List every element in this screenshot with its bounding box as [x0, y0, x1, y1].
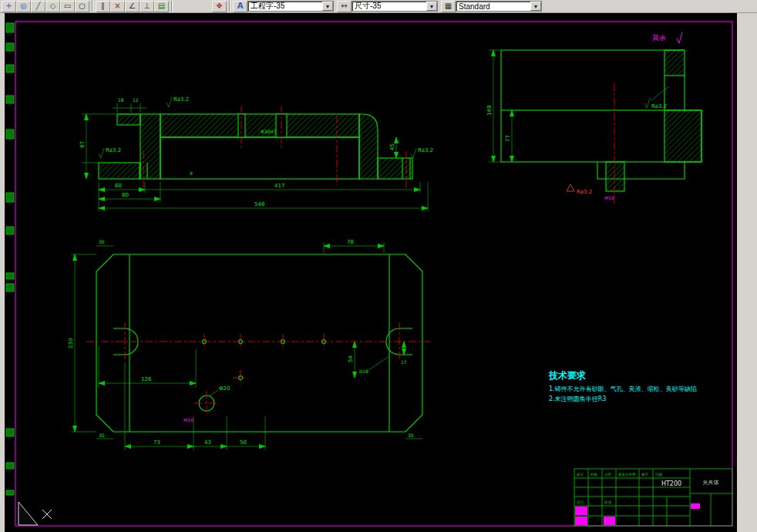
window-border-left — [0, 13, 5, 532]
tech-req-item: 1.铸件不允许有砂眼、气孔、夹渣、缩松、夹砂等缺陷 — [549, 386, 697, 392]
plan-dim-lines — [71, 242, 422, 450]
chevron-down-icon[interactable]: ▼ — [322, 2, 333, 11]
crosshair-cursor — [42, 510, 52, 519]
circle-icon[interactable]: ○ — [75, 1, 89, 12]
dim-label: 78 — [347, 239, 354, 245]
dim-label: 12 — [133, 97, 139, 103]
title-block-highlight-cells — [575, 503, 700, 525]
title-block-cell: 日期 — [655, 473, 663, 476]
trim-icon-glyph: × — [114, 2, 120, 10]
mirror-icon-glyph: ∥ — [101, 2, 105, 10]
toolbar: + ◎ ╱ ◇ ▭ ○ ∥ × ∠ ⊥ ▤ ❖ A 工程字-35 ▼ ↔ 尺寸-… — [0, 0, 757, 13]
dim-label: 546 — [254, 201, 265, 207]
zoom-icon[interactable]: ◎ — [16, 1, 31, 12]
drawing-canvas[interactable]: 18 12 Ra3.2 Ra3.2 Ra3.2 97 45 9 Φ30H7 60… — [5, 13, 737, 532]
ucs-icon — [19, 502, 38, 525]
pan-icon[interactable]: + — [2, 1, 16, 12]
dim-style-combo[interactable]: 尺寸-35 ▼ — [352, 1, 438, 12]
material-label: HT200 — [661, 480, 681, 487]
view-side: 149 77 Ra3.2 Ra3.2 其余 M16 — [486, 32, 701, 204]
dim-label: 149 — [486, 106, 493, 116]
dim-label: 18 — [118, 97, 124, 103]
dim-label: 17 — [401, 359, 407, 365]
surface-finish-label: Ra3.2 — [173, 96, 189, 103]
chevron-down-icon[interactable]: ▼ — [426, 2, 437, 11]
table-style-icon[interactable]: ▦ — [441, 1, 456, 12]
text-style-combo-value: 工程字-35 — [251, 1, 284, 12]
title-block-cell: 设计 — [577, 500, 584, 504]
zoom-icon-glyph: ◎ — [20, 2, 27, 10]
surface-finish-check-icon — [677, 32, 682, 43]
dim-label: 43 — [204, 439, 211, 446]
block-icon[interactable]: ❖ — [212, 1, 227, 12]
dim-style-icon-glyph: ↔ — [341, 2, 347, 10]
text-style-icon[interactable]: A — [233, 1, 247, 12]
text-style-combo[interactable]: 工程字-35 ▼ — [247, 1, 334, 12]
title-block-cell: 标记 — [576, 472, 584, 477]
dim-style-combo-value: 尺寸-35 — [355, 1, 381, 12]
drawing-svg[interactable]: 18 12 Ra3.2 Ra3.2 Ra3.2 97 45 9 Φ30H7 60… — [5, 13, 737, 532]
surface-finish-rest-label: 其余 — [652, 34, 666, 42]
line-icon-glyph: ╱ — [35, 2, 40, 10]
dim-label: 80 — [122, 192, 129, 198]
dim-label: Φ30H7 — [261, 129, 277, 134]
surface-finish-label: Ra3.2 — [577, 189, 592, 195]
cad-window: + ◎ ╱ ◇ ▭ ○ ∥ × ∠ ⊥ ▤ ❖ A 工程字-35 ▼ ↔ 尺寸-… — [0, 0, 757, 532]
toolbar-separator — [92, 1, 93, 12]
surface-finish-label: Ra3.2 — [651, 103, 667, 109]
circle-icon-glyph: ○ — [79, 2, 86, 10]
mirror-icon[interactable]: ∥ — [96, 1, 110, 12]
trim-icon[interactable]: × — [110, 1, 125, 12]
dim-label: 126 — [141, 376, 152, 382]
dim-label: Φ20 — [219, 386, 230, 392]
dim-label: 60 — [115, 183, 122, 189]
pan-icon-glyph: + — [5, 2, 12, 10]
hatch-icon-glyph: ▤ — [158, 2, 165, 10]
title-block: 标记 处数 分区 更改文件号 签字 日期 设计 审核 工艺 批准 HT200 夹… — [574, 469, 732, 526]
rectangle-icon-glyph: ▭ — [64, 2, 71, 10]
window-border-right — [737, 13, 757, 532]
toolbar-separator — [171, 1, 173, 12]
table-style-combo[interactable]: Standard ▼ — [456, 1, 542, 12]
thread-label: M16 — [183, 417, 193, 423]
perpendicular-icon[interactable]: ⊥ — [140, 1, 154, 12]
line-icon[interactable]: ╱ — [31, 1, 45, 12]
view-front: 18 12 Ra3.2 Ra3.2 Ra3.2 97 45 9 Φ30H7 60… — [79, 96, 433, 211]
part-name-label: 夹具体 — [703, 480, 719, 486]
table-style-combo-value: Standard — [459, 2, 490, 11]
thread-label: M16 — [604, 195, 614, 200]
tech-req-item: 2.未注明圆角半径R3 — [549, 396, 606, 402]
tech-requirements: 技术要求 1.铸件不允许有砂眼、气孔、夹渣、缩松、夹砂等缺陷 2.未注明圆角半径… — [548, 370, 697, 402]
dim-label: 417 — [274, 183, 284, 189]
rectangle-icon[interactable]: ▭ — [60, 1, 75, 12]
angle-icon-glyph: ∠ — [129, 2, 136, 10]
dim-label: 54 — [348, 355, 354, 362]
dim-style-icon[interactable]: ↔ — [337, 1, 352, 12]
view-plan: 78 30 30 30 230 126 Φ20 R18 54 17 73 43 … — [68, 239, 432, 450]
dim-label: 77 — [505, 135, 511, 142]
polyline-icon[interactable]: ◇ — [45, 1, 60, 12]
side-dim-lines — [489, 50, 669, 162]
dim-label: 230 — [68, 338, 74, 348]
dim-label: 45 — [389, 143, 395, 150]
block-icon-glyph: ❖ — [216, 2, 223, 10]
dim-label: 50 — [240, 439, 247, 446]
chevron-down-icon[interactable]: ▼ — [530, 2, 541, 11]
title-block-cell: 更改文件号 — [618, 472, 636, 476]
polyline-icon-glyph: ◇ — [50, 2, 56, 10]
dim-label: 73 — [153, 439, 160, 446]
dim-label: 30 — [99, 433, 105, 438]
margin-blocks — [6, 23, 14, 495]
dim-label: 30 — [408, 433, 414, 438]
toolbar-separator — [229, 1, 230, 12]
dim-label: 97 — [79, 141, 86, 148]
perpendicular-icon-glyph: ⊥ — [143, 2, 150, 10]
angle-icon[interactable]: ∠ — [125, 1, 140, 12]
datum-triangle-icon — [567, 184, 574, 191]
dim-label: 30 — [99, 239, 105, 244]
dim-label: 9 — [190, 170, 193, 176]
title-block-cell: 分区 — [604, 472, 612, 476]
table-style-icon-glyph: ▦ — [445, 2, 452, 10]
hatch-icon[interactable]: ▤ — [154, 1, 169, 12]
dim-label: R18 — [359, 369, 368, 374]
